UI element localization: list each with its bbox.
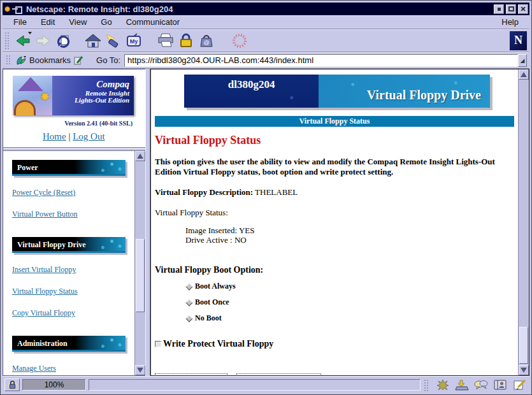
mailbox-icon[interactable] [454, 378, 470, 391]
discussions-icon[interactable] [473, 378, 489, 391]
navigator-icon[interactable] [435, 378, 451, 391]
menu-edit[interactable]: Edit [34, 16, 62, 28]
navigation-toolbar: My @ N [3, 29, 529, 52]
sidebar-item-power-cycle[interactable]: Power Cycle (Reset) [12, 188, 134, 198]
status-bar: 100% [3, 376, 529, 392]
status-drive-active: Drive Active : NO [185, 235, 515, 245]
radio-no-boot[interactable] [185, 315, 192, 322]
section-bar: Virtual Floppy Status [155, 116, 514, 127]
netscape-star-icon: ✹ [4, 5, 11, 13]
taskbar-grip[interactable] [424, 379, 429, 392]
sidebar-scroll-up-icon[interactable] [135, 151, 145, 161]
description-value: THELABEL [255, 187, 298, 197]
compaq-logo: ✸ Compaq Remote Insight Lights-Out Editi… [13, 76, 134, 115]
location-toolbar: Bookmarks Go To: ◢ [3, 52, 529, 69]
menu-communicator[interactable]: Communicator [119, 16, 187, 28]
progress-indicator: 100% [22, 379, 86, 391]
window-title: Netscape: Remote Insight: dl380g204 [26, 4, 492, 14]
menu-view[interactable]: View [62, 16, 94, 28]
radio-boot-always[interactable] [185, 283, 192, 290]
my-netscape-icon[interactable]: My [124, 31, 144, 50]
frame-divider[interactable] [145, 69, 150, 376]
location-proxy-icon[interactable] [73, 55, 83, 66]
sidebar-item-virtual-floppy-status[interactable]: Virtual Floppy Status [12, 287, 134, 296]
stop-icon[interactable] [229, 31, 250, 50]
composer-icon[interactable] [511, 378, 528, 391]
my-netscape-label: My [130, 38, 138, 45]
netscape-window: ✹ Netscape: Remote Insight: dl380g204 ✕ … [0, 0, 532, 395]
browser-body: ✸ Compaq Remote Insight Lights-Out Editi… [3, 69, 529, 376]
forward-icon[interactable] [33, 31, 54, 50]
status-message-field [89, 379, 421, 391]
radio-no-boot-label: No Boot [195, 313, 222, 323]
home-link[interactable]: Home [43, 131, 66, 141]
page-content: dl380g204 Virtual Floppy Drive Virtual F… [151, 69, 518, 375]
sidebar-nav: Power Power Cycle (Reset) Virtual Power … [3, 151, 134, 375]
security-lock-icon[interactable] [176, 31, 196, 50]
page-banner: dl380g204 Virtual Floppy Drive [184, 75, 490, 108]
sidebar-item-copy-virtual-floppy[interactable]: Copy Virtual Floppy [12, 308, 134, 318]
section-header-power: Power [12, 160, 126, 176]
security-status-button[interactable] [4, 378, 20, 391]
content-scroll-up-icon[interactable] [519, 69, 529, 80]
write-protect-label: Write Protect Virtual Floppy [163, 339, 273, 349]
back-icon[interactable] [13, 31, 33, 50]
svg-text:@: @ [203, 40, 209, 46]
lights-out-artwork-icon: ✸ [13, 76, 52, 115]
boot-option-label: Virtual Floppy Boot Option: [155, 265, 515, 275]
menu-bar: File Edit View Go Communicator Help [3, 15, 529, 29]
back-dropdown-icon[interactable] [28, 32, 32, 34]
sidebar-scroll-thumb[interactable] [136, 239, 145, 312]
section-header-virtual-floppy: Virtual Floppy Drive [12, 237, 126, 253]
minimize-button[interactable] [494, 4, 504, 14]
reload-icon[interactable] [54, 31, 74, 50]
address-book-icon[interactable] [492, 378, 508, 391]
menu-go[interactable]: Go [94, 16, 119, 28]
banner-page-title: Virtual Floppy Drive [367, 88, 490, 108]
sidebar-item-manage-users[interactable]: Manage Users [12, 364, 134, 373]
version-label: Version 2.41 (40-bit SSL) [3, 120, 145, 127]
maximize-button[interactable] [506, 4, 516, 14]
description-label: Virtual Floppy Description: [155, 187, 253, 197]
radio-boot-once[interactable] [185, 299, 192, 306]
bookmarks-button[interactable]: Bookmarks [14, 55, 87, 66]
url-dropdown-icon[interactable]: ◢ [518, 54, 527, 67]
write-protect-checkbox[interactable] [155, 341, 161, 347]
netscape-logo[interactable]: N [510, 31, 527, 50]
location-grip[interactable] [6, 55, 11, 66]
window-menu-pin-icon[interactable] [12, 6, 22, 11]
page-title: Virtual Floppy Status [155, 134, 515, 147]
content-scroll-down-icon[interactable] [519, 365, 529, 375]
sidebar-item-insert-virtual-floppy[interactable]: Insert Virtual Floppy [12, 265, 134, 275]
bookmarks-label: Bookmarks [29, 55, 71, 65]
home-icon[interactable] [83, 31, 103, 50]
close-button[interactable]: ✕ [518, 4, 528, 14]
intro-text: This option gives the user the ability t… [155, 157, 502, 177]
title-bar: ✹ Netscape: Remote Insight: dl380g204 ✕ [3, 3, 529, 15]
sidebar-header: ✸ Compaq Remote Insight Lights-Out Editi… [3, 69, 145, 147]
menu-file[interactable]: File [6, 16, 34, 28]
content-scroll-thumb[interactable] [519, 327, 528, 364]
sidebar: ✸ Compaq Remote Insight Lights-Out Editi… [3, 69, 145, 376]
goto-label: Go To: [96, 55, 120, 65]
status-label: Virtual Floppy Status: [155, 208, 515, 218]
shop-icon[interactable]: @ [196, 31, 217, 50]
bookmarks-icon [15, 55, 27, 66]
sidebar-scroll-down-icon[interactable] [135, 365, 145, 375]
logout-link[interactable]: Log Out [73, 131, 104, 141]
link-separator: | [68, 131, 70, 141]
toolbar-grip[interactable] [4, 32, 10, 49]
brand-name: Compaq [52, 80, 129, 90]
print-icon[interactable] [155, 31, 176, 50]
section-header-administration: Administration [12, 336, 126, 352]
sidebar-scrollbar[interactable] [134, 151, 145, 375]
server-name: dl380g204 [228, 78, 275, 91]
product-line2: Lights-Out Edition [52, 97, 129, 104]
radio-boot-once-label: Boot Once [195, 298, 229, 307]
radio-boot-always-label: Boot Always [195, 282, 236, 291]
url-input[interactable] [124, 54, 518, 67]
menu-help[interactable]: Help [494, 16, 526, 28]
sidebar-item-virtual-power-button[interactable]: Virtual Power Button [12, 210, 134, 219]
content-scrollbar[interactable] [518, 69, 529, 375]
search-icon[interactable] [103, 31, 124, 50]
